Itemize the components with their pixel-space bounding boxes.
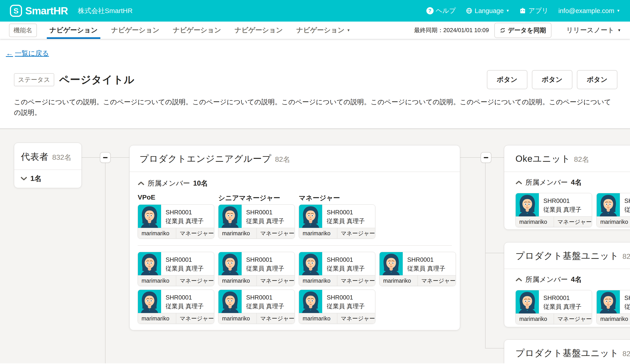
- employee-username: marimariko: [597, 217, 630, 227]
- minus-icon: [484, 157, 488, 158]
- employee-code: SHR0001: [246, 208, 284, 217]
- employee-card[interactable]: SHR0001 従業員 真理子 marimariko マネージャー: [218, 252, 295, 286]
- employee-meta: marimariko マネージャー: [138, 313, 214, 324]
- employee-role: マネージャー: [337, 275, 375, 286]
- members-toggle[interactable]: 所属メンバー 4名: [516, 178, 630, 187]
- connector-line: [105, 163, 106, 363]
- employee-card-top: SHR0001 従業員 真理子: [299, 252, 375, 275]
- employee-card-top: SHR0001 従業員 真理子: [597, 290, 630, 314]
- apps-menu[interactable]: アプリ: [519, 6, 548, 15]
- connector-line: [82, 157, 100, 158]
- members-toggle[interactable]: 所属メンバー 4名: [516, 275, 630, 284]
- row-divider: [138, 245, 452, 246]
- member-card-row: SHR0001 従業員 真理子 marimariko マネージャー SHR000: [516, 193, 630, 227]
- employee-identity: SHR0001 従業員 真理子: [161, 252, 204, 275]
- employee-card[interactable]: SHR0001 従業員 真理子 marimariko マネージャー: [299, 252, 375, 286]
- employee-name: 従業員 真理子: [544, 205, 582, 214]
- help-label: ヘルプ: [436, 6, 456, 15]
- action-button-2[interactable]: ボタン: [532, 70, 572, 89]
- tab-navigation-4[interactable]: ナビゲーション: [228, 21, 290, 39]
- employee-meta: marimariko マネージャー: [218, 313, 294, 324]
- employee-code: SHR0001: [327, 293, 365, 302]
- employee-card[interactable]: SHR0001 従業員 真理子 marimariko マネージャー: [218, 204, 295, 239]
- tab-navigation-5[interactable]: ナビゲーション▼: [290, 21, 357, 39]
- employee-card[interactable]: SHR0001 従業員 真理子 marimariko マネージャー: [218, 290, 295, 324]
- tab-label: ナビゲーション: [173, 26, 221, 35]
- tab-label: ナビゲーション: [235, 26, 283, 35]
- account-menu[interactable]: info@example.com ▼: [558, 7, 620, 14]
- minus-icon: [103, 157, 108, 158]
- collapse-button-right[interactable]: [480, 152, 492, 163]
- chevron-up-icon: [138, 181, 144, 185]
- employee-card[interactable]: SHR0001 従業員 真理子 marimariko マネージャー: [379, 252, 456, 286]
- member-card-row: SHR0001 従業員 真理子 marimariko マネージャー SHR000: [138, 204, 452, 239]
- collapse-button-left[interactable]: [100, 152, 111, 163]
- chevron-down-icon: ▼: [347, 28, 350, 32]
- chevron-up-icon: [516, 180, 522, 185]
- members-label: 所属メンバー: [526, 178, 568, 187]
- employee-role: マネージャー: [257, 228, 295, 238]
- tab-label: ナビゲーション: [50, 26, 98, 35]
- employee-card[interactable]: SHR0001 従業員 真理子 marimariko マネージャー: [138, 204, 214, 239]
- employee-code: SHR0001: [544, 294, 582, 302]
- members-toggle[interactable]: 所属メンバー 10名: [138, 179, 452, 188]
- org-node-product-platform-unit-2[interactable]: プロダクト基盤ユニット 82名: [504, 340, 630, 363]
- page-actions: ボタン ボタン ボタン: [487, 70, 618, 89]
- org-node-oke-unit[interactable]: Okeユニット 82名 所属メンバー 4名 SHR0001 従業員 真理子: [504, 145, 630, 230]
- employee-card[interactable]: SHR0001 従業員 真理子 marimariko マネージャー: [138, 252, 214, 286]
- org-node-representative[interactable]: 代表者 832名 1名: [14, 143, 82, 188]
- employee-card[interactable]: SHR0001 従業員 真理子 marimariko マネージャー: [299, 290, 375, 324]
- language-menu[interactable]: Language ▼: [466, 7, 510, 14]
- status-badge: ステータス: [14, 73, 54, 86]
- employee-card[interactable]: SHR0001 従業員 真理子 marimariko マネージャー: [516, 193, 592, 227]
- role-headers: VPoE シニアマネージャー マネージャー: [138, 193, 452, 203]
- employee-avatar: [138, 290, 161, 313]
- employee-avatar: [299, 252, 322, 275]
- employee-card-top: SHR0001 従業員 真理子: [516, 290, 592, 314]
- members-label: 所属メンバー: [148, 179, 190, 188]
- node-body: 所属メンバー 4名 SHR0001 従業員 真理子 marimariko マネー…: [504, 269, 630, 324]
- help-link[interactable]: ? ヘルプ: [426, 6, 456, 15]
- employee-card[interactable]: SHR0001 従業員 真理子 marimariko マネージャー: [138, 290, 214, 324]
- employee-role: マネージャー: [554, 314, 592, 324]
- employee-meta: marimariko マネージャー: [299, 275, 375, 286]
- employee-role: マネージャー: [554, 217, 592, 227]
- employee-card[interactable]: SHR0001 従業員 真理子 marimariko マネージャー: [299, 204, 375, 239]
- employee-name: 従業員 真理子: [407, 264, 446, 273]
- member-card-row: SHR0001 従業員 真理子 marimariko マネージャー SHR000: [516, 290, 630, 324]
- employee-identity: SHR0001 従業員 真理子: [620, 290, 630, 314]
- back-link-label: 一覧に戻る: [15, 49, 49, 58]
- employee-identity: SHR0001 従業員 真理子: [539, 290, 582, 314]
- page-title: ページタイトル: [59, 73, 134, 87]
- tab-navigation-3[interactable]: ナビゲーション: [166, 21, 228, 39]
- tab-navigation-2[interactable]: ナビゲーション: [104, 21, 166, 39]
- employee-identity: SHR0001 従業員 真理子: [322, 290, 365, 313]
- sync-data-button[interactable]: データを同期: [494, 23, 552, 38]
- employee-name: 従業員 真理子: [624, 205, 630, 214]
- employee-username: marimariko: [218, 313, 257, 324]
- employee-avatar: [299, 205, 322, 228]
- node-expand-toggle[interactable]: 1名: [14, 170, 82, 188]
- employee-card-top: SHR0001 従業員 真理子: [138, 252, 214, 275]
- tab-navigation-1[interactable]: ナビゲーション: [43, 21, 104, 39]
- org-chart-canvas[interactable]: 代表者 832名 1名 プロダクトエンジニアグループ 82名 所属メンバー 10…: [0, 129, 630, 363]
- employee-meta: marimariko マネージャー: [218, 228, 294, 238]
- employee-avatar: [138, 252, 161, 275]
- release-notes-menu[interactable]: リリースノート ▼: [557, 26, 630, 35]
- employee-card[interactable]: SHR0001 従業員 真理子 marimariko マネージャー: [596, 193, 630, 227]
- org-node-product-engineer-group[interactable]: プロダクトエンジニアグループ 82名 所属メンバー 10名 VPoE シニアマネ…: [130, 145, 460, 330]
- node-member-count: 82名: [622, 252, 630, 262]
- employee-identity: SHR0001 従業員 真理子: [161, 290, 204, 313]
- org-node-product-platform-unit[interactable]: プロダクト基盤ユニット 82名 所属メンバー 4名 SHR0001 従業員 真理…: [504, 242, 630, 327]
- node-title: 代表者: [21, 151, 48, 163]
- action-button-3[interactable]: ボタン: [577, 70, 618, 89]
- employee-role: マネージャー: [176, 228, 214, 238]
- employee-card[interactable]: SHR0001 従業員 真理子 marimariko マネージャー: [596, 290, 630, 324]
- employee-code: SHR0001: [166, 293, 204, 302]
- smarthr-logo[interactable]: S SmartHR: [10, 5, 68, 17]
- employee-avatar: [138, 205, 161, 228]
- action-button-1[interactable]: ボタン: [487, 70, 528, 89]
- back-to-list-link[interactable]: ← 一覧に戻る: [6, 49, 49, 58]
- employee-identity: SHR0001 従業員 真理子: [322, 252, 365, 275]
- employee-card[interactable]: SHR0001 従業員 真理子 marimariko マネージャー: [516, 290, 592, 324]
